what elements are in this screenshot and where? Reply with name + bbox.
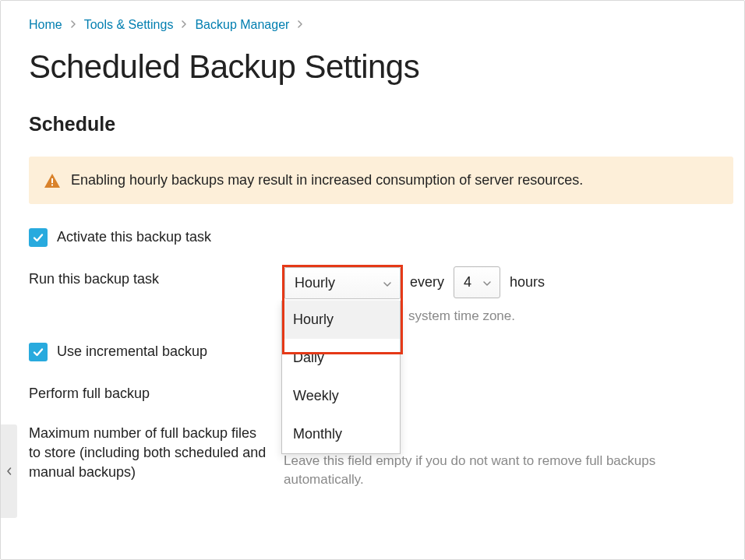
chevron-down-icon	[482, 273, 492, 292]
breadcrumb: Home Tools & Settings Backup Manager	[29, 16, 733, 33]
hours-select[interactable]: 4	[454, 266, 500, 298]
frequency-select-highlight: Hourly	[282, 265, 403, 354]
chevron-right-icon	[70, 19, 76, 32]
breadcrumb-backup-manager[interactable]: Backup Manager	[195, 16, 289, 33]
breadcrumb-home[interactable]: Home	[29, 16, 62, 33]
run-task-label: Run this backup task	[29, 266, 284, 289]
timezone-hint: system time zone.	[408, 307, 733, 326]
chevron-right-icon	[297, 19, 303, 32]
every-suffix: hours	[510, 273, 545, 292]
section-heading-schedule: Schedule	[29, 111, 733, 138]
chevron-down-icon	[383, 273, 392, 293]
incremental-checkbox[interactable]	[29, 343, 48, 361]
breadcrumb-tools-settings[interactable]: Tools & Settings	[84, 16, 174, 33]
frequency-select[interactable]: Hourly	[284, 267, 401, 299]
full-backup-label: Perform full backup	[29, 381, 284, 403]
svg-rect-1	[51, 184, 53, 185]
max-files-label: Maximum number of full backup files to s…	[29, 421, 284, 483]
warning-alert: Enabling hourly backups may result in in…	[29, 157, 733, 204]
max-files-hint: Leave this field empty if you do not wan…	[284, 452, 733, 489]
chevron-right-icon	[181, 19, 187, 32]
chevron-left-icon	[5, 467, 13, 475]
check-icon	[32, 231, 44, 244]
page-title: Scheduled Backup Settings	[29, 44, 733, 90]
svg-rect-0	[51, 178, 53, 183]
every-prefix: every	[410, 273, 444, 292]
frequency-selected-value: Hourly	[295, 273, 335, 293]
warning-icon	[44, 174, 60, 188]
activate-checkbox[interactable]	[29, 228, 48, 247]
activate-label: Activate this backup task	[57, 227, 211, 247]
warning-text: Enabling hourly backups may result in in…	[71, 171, 583, 190]
incremental-label: Use incremental backup	[57, 342, 207, 361]
frequency-option-monthly[interactable]: Monthly	[282, 415, 400, 453]
side-collapse-tab[interactable]	[1, 424, 17, 518]
check-icon	[32, 346, 44, 358]
frequency-option-weekly[interactable]: Weekly	[282, 377, 400, 415]
hours-value: 4	[464, 273, 471, 292]
